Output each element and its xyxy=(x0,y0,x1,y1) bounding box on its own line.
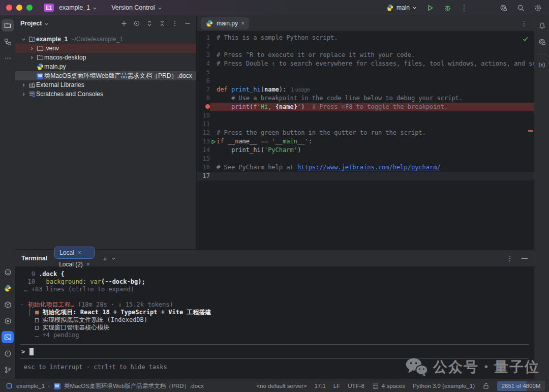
notifications-icon[interactable] xyxy=(536,19,548,32)
breadcrumb-project[interactable]: example_1 xyxy=(16,383,45,389)
chevron-right-icon[interactable] xyxy=(27,55,36,60)
zoom-window-button[interactable] xyxy=(26,5,33,11)
code-line[interactable]: 8 # Use a breakpoint in the code line be… xyxy=(197,94,534,103)
close-tab-icon[interactable]: × xyxy=(86,261,90,268)
terminal-tool-window-icon[interactable] xyxy=(2,331,14,343)
hide-terminal-button[interactable]: — xyxy=(522,255,528,262)
code-line[interactable]: 14 print_hi('PyCharm') xyxy=(197,146,534,155)
code-line[interactable]: 17 xyxy=(197,172,534,180)
close-window-button[interactable] xyxy=(6,5,12,11)
python-packages-icon[interactable] xyxy=(2,298,14,311)
line-number[interactable]: 3 xyxy=(197,51,210,59)
code-editor[interactable]: 1# This is a sample Python script.23# Pr… xyxy=(197,32,534,180)
terminal-tab[interactable]: Local (2)× xyxy=(54,259,95,270)
code-line[interactable]: 4# Press Double ⇧ to search everywhere f… xyxy=(197,59,534,68)
run-configuration-select[interactable]: main xyxy=(386,4,417,12)
options-button[interactable] xyxy=(171,20,178,27)
settings-button[interactable] xyxy=(534,4,542,12)
status-item[interactable]: <no default server> xyxy=(256,383,307,389)
project-panel-title[interactable]: Project xyxy=(20,20,42,27)
tree-item[interactable]: macos-desktop xyxy=(15,53,196,62)
line-number[interactable]: 8 xyxy=(197,94,210,103)
status-item-unlock[interactable] xyxy=(482,382,490,389)
services-tool-window-icon[interactable] xyxy=(2,315,14,327)
close-tab-icon[interactable]: × xyxy=(241,20,245,27)
code-line[interactable]: 5 xyxy=(197,68,534,77)
code-line[interactable]: print(f'Hi, {name}') # Press ⌘F8 to togg… xyxy=(197,103,534,111)
line-number[interactable]: 2 xyxy=(197,42,210,51)
line-number[interactable]: 4 xyxy=(197,59,210,68)
line-number[interactable]: 16 xyxy=(197,163,210,172)
status-item[interactable]: 17:1 xyxy=(314,383,325,389)
line-number[interactable]: 6 xyxy=(197,77,210,85)
minimize-window-button[interactable] xyxy=(16,5,22,11)
terminal-tab[interactable]: Local× xyxy=(54,247,95,259)
terminal-options-button[interactable]: ⋮ xyxy=(506,254,513,262)
problems-tool-window-icon[interactable] xyxy=(2,347,14,359)
chevron-right-icon[interactable] xyxy=(19,83,27,87)
debug-button[interactable] xyxy=(443,4,451,12)
memory-indicator[interactable]: 2651 of 4800M xyxy=(497,381,545,391)
chevron-right-icon[interactable] xyxy=(27,46,36,51)
collapse-all-button[interactable] xyxy=(159,20,166,27)
more-tool-windows-icon[interactable] xyxy=(2,52,14,64)
status-item[interactable]: Python 3.9 (example_1) xyxy=(413,383,475,389)
code-line[interactable]: 10 xyxy=(197,111,534,120)
line-number[interactable]: 1 xyxy=(197,34,210,42)
code-line[interactable]: 7def print_hi(name):1 usage xyxy=(197,85,534,94)
tree-item[interactable]: W类MacOS桌面环境Web版产品需求文档（PRD）.docx xyxy=(15,71,196,80)
status-item[interactable]: UTF-8 xyxy=(348,383,364,389)
code-line[interactable]: 2 xyxy=(197,42,534,51)
new-terminal-tab-button[interactable]: + xyxy=(103,254,107,263)
tab-main-py[interactable]: main.py × xyxy=(201,17,249,29)
line-number[interactable]: 13 xyxy=(197,137,210,146)
tree-item[interactable]: External Libraries xyxy=(15,80,196,89)
version-control-menu[interactable]: Version Control xyxy=(111,4,162,11)
structure-tool-window-icon[interactable] xyxy=(2,36,14,48)
ai-assistant-tool-window-icon[interactable] xyxy=(2,266,14,278)
ai-assistant-icon[interactable] xyxy=(499,4,507,12)
line-number[interactable]: 12 xyxy=(197,129,210,137)
terminal-output[interactable]: 9 .dock { 10 background: var(--dock-bg);… xyxy=(15,267,534,371)
sciview-variables-icon[interactable]: (x) xyxy=(536,58,548,71)
expand-all-button[interactable] xyxy=(146,20,153,27)
run-button[interactable] xyxy=(426,4,434,12)
tree-item[interactable]: example_1~/Code/example_1 xyxy=(15,35,196,44)
project-menu[interactable]: example_1 xyxy=(59,4,97,11)
search-everywhere-button[interactable] xyxy=(516,4,525,12)
code-line[interactable]: 1# This is a sample Python script. xyxy=(197,34,534,42)
line-number[interactable]: 15 xyxy=(197,155,210,163)
status-item-indent[interactable]: 4 spaces xyxy=(372,382,405,389)
editor-area[interactable]: main.py × ⋮ 1# This is a sample Python s… xyxy=(197,15,534,249)
error-stripe-mark[interactable] xyxy=(528,130,533,132)
project-tool-window-icon[interactable] xyxy=(2,19,14,32)
code-line[interactable]: 13if __name__ == '__main__': xyxy=(197,137,534,146)
line-number[interactable]: 17 xyxy=(197,172,210,180)
editor-options-button[interactable]: ⋮ xyxy=(521,19,528,27)
tree-item[interactable]: .venv xyxy=(15,44,196,53)
breadcrumb-file[interactable]: 类MacOS桌面环境Web版产品需求文档（PRD）.docx xyxy=(64,382,204,390)
chevron-down-icon[interactable] xyxy=(19,37,27,42)
line-number[interactable]: 10 xyxy=(197,111,210,120)
code-line[interactable]: 15 xyxy=(197,155,534,163)
tree-item[interactable]: Scratches and Consoles xyxy=(15,89,196,99)
code-line[interactable]: 16# See PyCharm help at https://www.jetb… xyxy=(197,163,534,172)
inspections-ok-icon[interactable] xyxy=(522,36,529,42)
hide-button[interactable] xyxy=(184,20,191,27)
status-item[interactable]: LF xyxy=(333,383,340,389)
add-button[interactable] xyxy=(120,20,128,27)
breakpoint-icon[interactable] xyxy=(197,103,210,111)
line-number[interactable]: 7 xyxy=(197,85,210,94)
chevron-right-icon[interactable] xyxy=(19,92,27,97)
ai-assistant-icon[interactable] xyxy=(536,36,548,48)
line-number[interactable]: 14 xyxy=(197,146,210,155)
more-actions-button[interactable]: ⋮ xyxy=(461,4,468,12)
select-opened-file-button[interactable] xyxy=(133,20,140,27)
line-number[interactable]: 11 xyxy=(197,120,210,129)
run-line-icon[interactable] xyxy=(210,137,217,146)
line-number[interactable]: 5 xyxy=(197,68,210,77)
version-control-tool-window-icon[interactable] xyxy=(2,364,14,376)
code-line[interactable]: 11 xyxy=(197,120,534,129)
chevron-down-icon[interactable] xyxy=(111,256,116,261)
code-line[interactable]: 6 xyxy=(197,77,534,85)
